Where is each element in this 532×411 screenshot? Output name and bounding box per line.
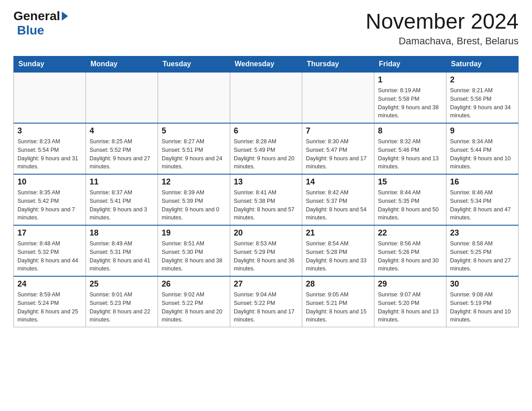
day-number: 13: [234, 177, 298, 187]
day-number: 15: [378, 177, 442, 187]
calendar-week-row: 17Sunrise: 8:48 AMSunset: 5:32 PMDayligh…: [14, 225, 519, 276]
day-detail: Sunrise: 9:05 AMSunset: 5:21 PMDaylight:…: [306, 291, 370, 324]
calendar-cell: 11Sunrise: 8:37 AMSunset: 5:41 PMDayligh…: [86, 174, 158, 225]
calendar-cell: 10Sunrise: 8:35 AMSunset: 5:42 PMDayligh…: [14, 174, 86, 225]
month-title: November 2024: [365, 9, 519, 34]
day-detail: Sunrise: 8:19 AMSunset: 5:58 PMDaylight:…: [378, 86, 442, 120]
day-number: 29: [378, 279, 442, 289]
title-area: November 2024 Damachava, Brest, Belarus: [365, 9, 519, 47]
calendar-cell: 19Sunrise: 8:51 AMSunset: 5:30 PMDayligh…: [158, 225, 230, 276]
day-number: 28: [306, 279, 370, 289]
day-detail: Sunrise: 8:21 AMSunset: 5:56 PMDaylight:…: [450, 86, 515, 120]
calendar-cell: [302, 72, 374, 123]
day-detail: Sunrise: 9:07 AMSunset: 5:20 PMDaylight:…: [378, 291, 442, 324]
day-number: 5: [162, 126, 226, 136]
calendar-week-row: 3Sunrise: 8:23 AMSunset: 5:54 PMDaylight…: [14, 123, 519, 174]
day-number: 12: [162, 177, 226, 187]
calendar-cell: [158, 72, 230, 123]
calendar-cell: 12Sunrise: 8:39 AMSunset: 5:39 PMDayligh…: [158, 174, 230, 225]
day-number: 3: [17, 126, 82, 136]
day-detail: Sunrise: 8:28 AMSunset: 5:49 PMDaylight:…: [234, 137, 298, 171]
day-detail: Sunrise: 9:08 AMSunset: 5:19 PMDaylight:…: [450, 291, 515, 324]
header-monday: Monday: [86, 56, 158, 73]
day-number: 6: [234, 126, 298, 136]
calendar-cell: 14Sunrise: 8:42 AMSunset: 5:37 PMDayligh…: [302, 174, 374, 225]
day-detail: Sunrise: 8:41 AMSunset: 5:38 PMDaylight:…: [234, 188, 298, 222]
day-number: 30: [450, 279, 515, 289]
day-detail: Sunrise: 8:58 AMSunset: 5:25 PMDaylight:…: [450, 240, 515, 273]
day-detail: Sunrise: 8:30 AMSunset: 5:47 PMDaylight:…: [306, 137, 370, 171]
logo-text: General: [13, 9, 69, 23]
day-number: 17: [17, 228, 82, 238]
day-number: 14: [306, 177, 370, 187]
day-number: 23: [450, 228, 515, 238]
day-detail: Sunrise: 8:54 AMSunset: 5:28 PMDaylight:…: [306, 240, 370, 273]
logo-arrow-icon: [62, 12, 68, 21]
day-detail: Sunrise: 8:59 AMSunset: 5:24 PMDaylight:…: [17, 291, 82, 324]
day-detail: Sunrise: 9:04 AMSunset: 5:22 PMDaylight:…: [234, 291, 298, 324]
day-number: 18: [90, 228, 154, 238]
calendar-cell: 8Sunrise: 8:32 AMSunset: 5:46 PMDaylight…: [374, 123, 446, 174]
day-detail: Sunrise: 8:37 AMSunset: 5:41 PMDaylight:…: [90, 188, 154, 222]
day-number: 4: [90, 126, 154, 136]
calendar-cell: [230, 72, 302, 123]
calendar-cell: 29Sunrise: 9:07 AMSunset: 5:20 PMDayligh…: [374, 276, 446, 327]
day-detail: Sunrise: 8:25 AMSunset: 5:52 PMDaylight:…: [90, 137, 154, 171]
day-number: 21: [306, 228, 370, 238]
day-detail: Sunrise: 8:48 AMSunset: 5:32 PMDaylight:…: [17, 240, 82, 273]
logo: General Blue: [13, 9, 69, 38]
calendar-cell: [86, 72, 158, 123]
calendar-cell: 9Sunrise: 8:34 AMSunset: 5:44 PMDaylight…: [446, 123, 519, 174]
calendar-cell: 22Sunrise: 8:56 AMSunset: 5:26 PMDayligh…: [374, 225, 446, 276]
calendar-cell: 17Sunrise: 8:48 AMSunset: 5:32 PMDayligh…: [14, 225, 86, 276]
calendar-cell: 7Sunrise: 8:30 AMSunset: 5:47 PMDaylight…: [302, 123, 374, 174]
calendar-week-row: 24Sunrise: 8:59 AMSunset: 5:24 PMDayligh…: [14, 276, 519, 327]
calendar-cell: 16Sunrise: 8:46 AMSunset: 5:34 PMDayligh…: [446, 174, 519, 225]
page-header: General Blue November 2024 Damachava, Br…: [13, 9, 519, 47]
calendar-cell: 15Sunrise: 8:44 AMSunset: 5:35 PMDayligh…: [374, 174, 446, 225]
day-detail: Sunrise: 8:51 AMSunset: 5:30 PMDaylight:…: [162, 240, 226, 273]
day-number: 1: [378, 75, 442, 85]
calendar-cell: 18Sunrise: 8:49 AMSunset: 5:31 PMDayligh…: [86, 225, 158, 276]
calendar-cell: 25Sunrise: 9:01 AMSunset: 5:23 PMDayligh…: [86, 276, 158, 327]
day-detail: Sunrise: 9:01 AMSunset: 5:23 PMDaylight:…: [90, 291, 154, 324]
calendar-body: 1Sunrise: 8:19 AMSunset: 5:58 PMDaylight…: [14, 72, 519, 327]
day-detail: Sunrise: 8:56 AMSunset: 5:26 PMDaylight:…: [378, 240, 442, 273]
logo-blue-text: Blue: [17, 23, 44, 37]
logo-general-text: General: [13, 9, 60, 23]
day-detail: Sunrise: 8:39 AMSunset: 5:39 PMDaylight:…: [162, 188, 226, 222]
calendar-cell: 1Sunrise: 8:19 AMSunset: 5:58 PMDaylight…: [374, 72, 446, 123]
day-detail: Sunrise: 8:53 AMSunset: 5:29 PMDaylight:…: [234, 240, 298, 273]
day-number: 16: [450, 177, 515, 187]
day-number: 8: [378, 126, 442, 136]
day-detail: Sunrise: 8:34 AMSunset: 5:44 PMDaylight:…: [450, 137, 515, 171]
day-detail: Sunrise: 8:32 AMSunset: 5:46 PMDaylight:…: [378, 137, 442, 171]
day-number: 10: [17, 177, 82, 187]
header-tuesday: Tuesday: [158, 56, 230, 73]
day-detail: Sunrise: 8:46 AMSunset: 5:34 PMDaylight:…: [450, 188, 515, 222]
location-subtitle: Damachava, Brest, Belarus: [365, 35, 519, 47]
calendar-cell: 30Sunrise: 9:08 AMSunset: 5:19 PMDayligh…: [446, 276, 519, 327]
day-detail: Sunrise: 8:49 AMSunset: 5:31 PMDaylight:…: [90, 240, 154, 273]
day-number: 19: [162, 228, 226, 238]
header-friday: Friday: [374, 56, 446, 73]
calendar-cell: 24Sunrise: 8:59 AMSunset: 5:24 PMDayligh…: [14, 276, 86, 327]
calendar-cell: 6Sunrise: 8:28 AMSunset: 5:49 PMDaylight…: [230, 123, 302, 174]
day-number: 27: [234, 279, 298, 289]
calendar-week-row: 10Sunrise: 8:35 AMSunset: 5:42 PMDayligh…: [14, 174, 519, 225]
header-wednesday: Wednesday: [230, 56, 302, 73]
calendar-cell: 27Sunrise: 9:04 AMSunset: 5:22 PMDayligh…: [230, 276, 302, 327]
calendar-cell: [14, 72, 86, 123]
header-thursday: Thursday: [302, 56, 374, 73]
header-sunday: Sunday: [14, 56, 86, 73]
calendar-cell: 5Sunrise: 8:27 AMSunset: 5:51 PMDaylight…: [158, 123, 230, 174]
day-number: 26: [162, 279, 226, 289]
calendar-cell: 20Sunrise: 8:53 AMSunset: 5:29 PMDayligh…: [230, 225, 302, 276]
calendar-cell: 28Sunrise: 9:05 AMSunset: 5:21 PMDayligh…: [302, 276, 374, 327]
day-number: 20: [234, 228, 298, 238]
calendar-cell: 2Sunrise: 8:21 AMSunset: 5:56 PMDaylight…: [446, 72, 519, 123]
calendar-week-row: 1Sunrise: 8:19 AMSunset: 5:58 PMDaylight…: [14, 72, 519, 123]
day-detail: Sunrise: 8:23 AMSunset: 5:54 PMDaylight:…: [17, 137, 82, 171]
day-detail: Sunrise: 9:02 AMSunset: 5:22 PMDaylight:…: [162, 291, 226, 324]
calendar-cell: 21Sunrise: 8:54 AMSunset: 5:28 PMDayligh…: [302, 225, 374, 276]
